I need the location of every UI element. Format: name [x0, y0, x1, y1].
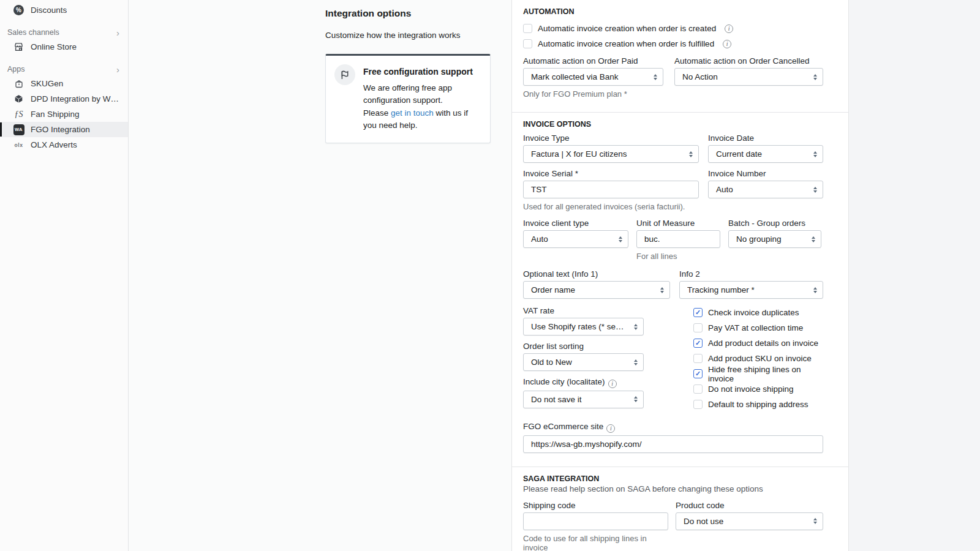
sidebar-item-discounts[interactable]: % Discounts: [0, 2, 128, 18]
vat-left-column: VAT rate Use Shopify rates (* see help) …: [523, 306, 644, 412]
checkbox[interactable]: ✓: [693, 308, 703, 317]
invoice-date-field: Invoice Date Current date: [708, 133, 823, 163]
select-caret-icon: [813, 187, 817, 193]
order-sorting-select[interactable]: Old to New: [523, 353, 644, 371]
batch-group-select[interactable]: No grouping: [728, 230, 821, 248]
checkbox-label: Automatic invoice creation when order is…: [538, 39, 714, 48]
invoice-checkbox-row: Default to shipping address: [693, 397, 823, 412]
section-divider: [512, 467, 848, 467]
select-caret-icon: [634, 324, 638, 330]
sidebar-item-fan-shipping[interactable]: ƒS Fan Shipping: [0, 107, 128, 122]
sidebar-item-label: FGO Integration: [31, 125, 90, 134]
select-caret-icon: [813, 287, 817, 293]
free-support-card: Free configuration support We are offeri…: [325, 54, 491, 143]
sidebar-section-sales-channels[interactable]: Sales channels ›: [0, 26, 128, 39]
sidebar-item-label: Fan Shipping: [31, 110, 80, 119]
section-divider: [512, 112, 848, 113]
invoice-serial-input[interactable]: [523, 181, 699, 198]
info-icon[interactable]: i: [606, 424, 615, 433]
page-subtitle: Customize how the integration works: [325, 31, 491, 40]
invoice-section-header: INVOICE OPTIONS: [523, 120, 823, 129]
checkbox[interactable]: [693, 400, 703, 409]
invoice-serial-field: Invoice Serial * Used for all generated …: [523, 169, 699, 211]
field-label: Invoice Number: [708, 169, 823, 178]
info1-field: Optional text (Info 1) Order name: [523, 269, 670, 299]
product-code-select[interactable]: Do not use: [676, 512, 823, 530]
field-label: Invoice Serial *: [523, 169, 699, 178]
client-type-field: Invoice client type Auto: [523, 219, 628, 261]
invoice-checkbox-row: ✓ Add product details on invoice: [693, 335, 823, 351]
unit-of-measure-input[interactable]: [636, 230, 720, 248]
checkbox[interactable]: [523, 39, 532, 48]
shipping-code-field: Shipping code Code to use for all shippi…: [523, 501, 668, 551]
checkbox[interactable]: ✓: [693, 369, 703, 378]
invoice-checkbox-row: Add product SKU on invoice: [693, 351, 823, 366]
select-caret-icon: [689, 151, 693, 157]
invoice-checkbox-list: ✓ Check invoice duplicates Pay VAT at co…: [693, 305, 823, 412]
info-icon[interactable]: i: [725, 24, 733, 33]
client-type-select[interactable]: Auto: [523, 230, 628, 248]
field-label: FGO eCommerce sitei: [523, 422, 823, 433]
include-city-select[interactable]: Do not save it: [523, 391, 644, 408]
discount-badge-icon: %: [13, 4, 24, 16]
checkbox[interactable]: ✓: [693, 339, 703, 348]
info1-select[interactable]: Order name: [523, 281, 670, 299]
saga-section-header: SAGA INTEGRATION: [523, 474, 823, 483]
ecommerce-site-field: FGO eCommerce sitei: [523, 422, 823, 453]
sidebar-item-olx-adverts[interactable]: olx OLX Adverts: [0, 137, 128, 152]
ecommerce-site-input[interactable]: [523, 435, 823, 453]
automation-section-header: AUTOMATION: [523, 7, 823, 16]
field-help: For all lines: [636, 252, 720, 261]
field-label: Batch - Group orders: [728, 219, 821, 228]
invoice-checkbox-row: Do not invoice shipping: [693, 381, 823, 397]
select-caret-icon: [654, 74, 657, 80]
sidebar-section-apps[interactable]: Apps ›: [0, 62, 128, 76]
invoice-number-select[interactable]: Auto: [708, 181, 823, 198]
invoice-type-select[interactable]: Factura | X for EU citizens: [523, 145, 699, 163]
field-label: Info 2: [679, 269, 823, 279]
checkbox-label: Automatic invoice creation when order is…: [538, 24, 716, 33]
vat-and-options-block: VAT rate Use Shopify rates (* see help) …: [523, 306, 823, 412]
select-caret-icon: [813, 74, 817, 80]
order-cancelled-field: Automatic action on Order Cancelled No A…: [674, 56, 823, 99]
checkbox[interactable]: [523, 24, 532, 33]
field-label: VAT rate: [523, 306, 644, 315]
info-icon[interactable]: i: [723, 40, 731, 48]
vat-rate-select[interactable]: Use Shopify rates (* see help): [523, 318, 644, 335]
invoice-type-row: Invoice Type Factura | X for EU citizens…: [523, 133, 823, 163]
include-city-field: Include city (localitate)i Do not save i…: [523, 377, 644, 408]
get-in-touch-link[interactable]: get in touch: [391, 108, 434, 118]
sidebar-item-online-store[interactable]: Online Store: [0, 39, 128, 54]
skugen-app-icon: [13, 78, 24, 89]
sidebar-item-label: Discounts: [31, 6, 67, 15]
info-icon[interactable]: i: [608, 380, 617, 388]
sidebar-item-skugen[interactable]: SKUGen: [0, 76, 128, 91]
sidebar-item-fgo-integration[interactable]: WA FGO Integration: [0, 122, 128, 137]
settings-description-column: Integration options Customize how the in…: [129, 0, 511, 551]
order-cancelled-select[interactable]: No Action: [674, 68, 823, 86]
order-paid-select[interactable]: Mark collected via Bank: [523, 68, 663, 86]
checkbox-label: Hide free shiping lines on invoice: [708, 365, 823, 383]
order-sorting-field: Order list sorting Old to New: [523, 342, 644, 371]
select-caret-icon: [634, 359, 638, 365]
checkbox[interactable]: [693, 323, 703, 332]
page-title: Integration options: [325, 8, 491, 19]
invoice-number-field: Invoice Number Auto: [708, 169, 823, 211]
shipping-code-input[interactable]: [523, 512, 668, 530]
checkbox[interactable]: [693, 354, 703, 363]
select-caret-icon: [812, 236, 815, 242]
batch-group-field: Batch - Group orders No grouping: [728, 219, 821, 261]
checkbox-label: Pay VAT at collection time: [708, 323, 803, 332]
invoice-type-field: Invoice Type Factura | X for EU citizens: [523, 133, 699, 163]
sidebar-item-dpd-integration[interactable]: DPD Integration by WSAs...: [0, 91, 128, 107]
checkbox[interactable]: [693, 384, 703, 394]
support-card-text: We are offering free app configuration s…: [363, 82, 481, 132]
unit-of-measure-field: Unit of Measure For all lines: [636, 219, 720, 261]
field-label: Optional text (Info 1): [523, 269, 670, 279]
field-label: Automatic action on Order Cancelled: [674, 56, 823, 66]
order-paid-field: Automatic action on Order Paid Mark coll…: [523, 56, 663, 99]
info2-select[interactable]: Tracking number *: [679, 281, 823, 299]
invoice-date-select[interactable]: Current date: [708, 145, 823, 163]
invoice-checkbox-row: ✓ Check invoice duplicates: [693, 305, 823, 320]
automation-actions-row: Automatic action on Order Paid Mark coll…: [523, 56, 823, 99]
